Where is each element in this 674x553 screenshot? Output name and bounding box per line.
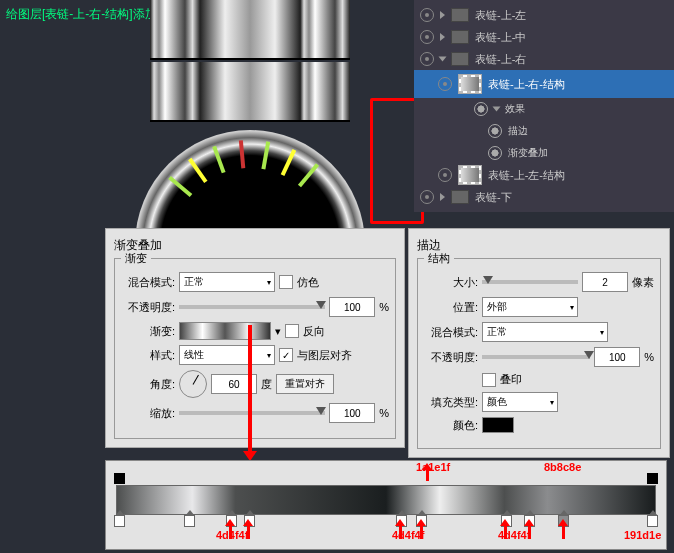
- opacity-slider[interactable]: [179, 305, 325, 309]
- stop-hex-label: 4d4f4f: [216, 529, 248, 541]
- visibility-icon[interactable]: [420, 190, 434, 204]
- style-select[interactable]: 线性▾: [179, 345, 275, 365]
- layer-fx-item[interactable]: 渐变叠加: [414, 142, 674, 164]
- reset-align-button[interactable]: 重置对齐: [276, 374, 334, 394]
- chevron-down-icon: ▾: [570, 303, 577, 312]
- gradient-overlay-panel[interactable]: 渐变叠加 渐变 混合模式:正常▾仿色 不透明度:% 渐变:▾反向 样式:线性▾与…: [105, 228, 405, 448]
- align-label: 与图层对齐: [297, 348, 352, 363]
- angle-unit: 度: [261, 377, 272, 392]
- opacity-input[interactable]: [329, 297, 375, 317]
- stop-hex-label: 1a1e1f: [416, 461, 450, 473]
- opacity-stop[interactable]: [114, 473, 125, 484]
- layer-row[interactable]: 表链-上-左-结构: [414, 164, 674, 186]
- fx-visibility-icon[interactable]: [488, 146, 502, 160]
- pct-label: %: [644, 351, 654, 363]
- visibility-icon[interactable]: [420, 8, 434, 22]
- blend-select[interactable]: 正常▾: [179, 272, 275, 292]
- layer-thumb: [458, 74, 482, 94]
- dither-label: 仿色: [297, 275, 319, 290]
- color-label: 颜色:: [424, 418, 478, 433]
- size-unit: 像素: [632, 275, 654, 290]
- folder-icon: [451, 30, 469, 44]
- pct-label: %: [379, 407, 389, 419]
- layer-folder-row[interactable]: 表链-上-右: [414, 48, 674, 70]
- layer-folder-row[interactable]: 表链-下: [414, 186, 674, 208]
- layer-name: 表链-下: [475, 190, 512, 205]
- canvas-preview: [90, 0, 410, 230]
- position-label: 位置:: [424, 300, 478, 315]
- gradient-bar[interactable]: [116, 485, 656, 515]
- gradient-label: 渐变:: [121, 324, 175, 339]
- expand-icon[interactable]: [440, 193, 445, 201]
- scale-label: 缩放:: [121, 406, 175, 421]
- scale-input[interactable]: [329, 403, 375, 423]
- expand-icon[interactable]: [440, 11, 445, 19]
- visibility-icon[interactable]: [438, 77, 452, 91]
- opacity-label: 不透明度:: [121, 300, 175, 315]
- opacity-stop[interactable]: [647, 473, 658, 484]
- layer-fx-header[interactable]: 效果: [414, 98, 674, 120]
- size-label: 大小:: [424, 275, 478, 290]
- chevron-down-icon: ▾: [550, 398, 557, 407]
- folder-icon: [451, 190, 469, 204]
- visibility-icon[interactable]: [420, 52, 434, 66]
- opacity-slider[interactable]: [482, 355, 590, 359]
- fx-gradient: 渐变叠加: [508, 146, 548, 160]
- size-input[interactable]: [582, 272, 628, 292]
- stop-hex-label: 4d4f4f: [498, 529, 530, 541]
- angle-label: 角度:: [121, 377, 175, 392]
- reverse-checkbox[interactable]: [285, 324, 299, 338]
- layers-panel[interactable]: 表链-上-左 表链-上-中 表链-上-右 表链-上-右-结构 效果 描边 渐变叠…: [414, 0, 674, 212]
- color-stop[interactable]: [647, 515, 658, 527]
- fill-type-select[interactable]: 颜色▾: [482, 392, 558, 412]
- visibility-icon[interactable]: [438, 168, 452, 182]
- layer-folder-row[interactable]: 表链-上-左: [414, 4, 674, 26]
- fx-visibility-icon[interactable]: [474, 102, 488, 116]
- align-checkbox[interactable]: [279, 348, 293, 362]
- section-label: 结构: [424, 251, 454, 266]
- chevron-down-icon: ▾: [267, 278, 274, 287]
- dither-checkbox[interactable]: [279, 275, 293, 289]
- opacity-label: 不透明度:: [424, 350, 478, 365]
- layer-thumb: [458, 165, 482, 185]
- folder-icon: [451, 52, 469, 66]
- folder-icon: [451, 8, 469, 22]
- expand-icon[interactable]: [440, 33, 445, 41]
- blend-label: 混合模式:: [121, 275, 175, 290]
- expand-icon[interactable]: [493, 107, 501, 112]
- opacity-input[interactable]: [594, 347, 640, 367]
- layer-name: 表链-上-左: [475, 8, 526, 23]
- layer-name: 表链-上-中: [475, 30, 526, 45]
- pct-label: %: [379, 301, 389, 313]
- layer-selected[interactable]: 表链-上-右-结构: [414, 70, 674, 98]
- visibility-icon[interactable]: [420, 30, 434, 44]
- blend-label: 混合模式:: [424, 325, 478, 340]
- fx-visibility-icon[interactable]: [488, 124, 502, 138]
- fx-stroke: 描边: [508, 124, 528, 138]
- scale-slider[interactable]: [179, 411, 325, 415]
- overprint-label: 叠印: [500, 372, 522, 387]
- position-select[interactable]: 外部▾: [482, 297, 578, 317]
- color-stop[interactable]: [114, 515, 125, 527]
- chevron-down-icon[interactable]: ▾: [275, 325, 281, 338]
- gradient-editor[interactable]: 1a1e1f 8b8c8e 4d4f4f 4d4f4f 4d4f4f 191d1…: [105, 460, 667, 550]
- color-stop[interactable]: [184, 515, 195, 527]
- stroke-panel[interactable]: 描边 结构 大小:像素 位置:外部▾ 混合模式:正常▾ 不透明度:% 叠印 填充…: [408, 228, 670, 458]
- fill-type-label: 填充类型:: [424, 395, 478, 410]
- reverse-label: 反向: [303, 324, 325, 339]
- layer-fx-item[interactable]: 描边: [414, 120, 674, 142]
- layer-folder-row[interactable]: 表链-上-中: [414, 26, 674, 48]
- chevron-down-icon: ▾: [600, 328, 607, 337]
- expand-icon[interactable]: [439, 57, 447, 62]
- size-slider[interactable]: [482, 280, 578, 284]
- layer-name: 表链-上-右-结构: [488, 77, 565, 92]
- overprint-checkbox[interactable]: [482, 373, 496, 387]
- annotation-arrow-icon: [562, 525, 565, 539]
- blend-select[interactable]: 正常▾: [482, 322, 608, 342]
- annotation-arrow-icon: [248, 325, 252, 453]
- angle-dial[interactable]: [179, 370, 207, 398]
- stop-hex-label: 4d4f4f: [392, 529, 424, 541]
- gradient-preview[interactable]: [179, 322, 271, 340]
- layer-name: 表链-上-左-结构: [488, 168, 565, 183]
- color-swatch[interactable]: [482, 417, 514, 433]
